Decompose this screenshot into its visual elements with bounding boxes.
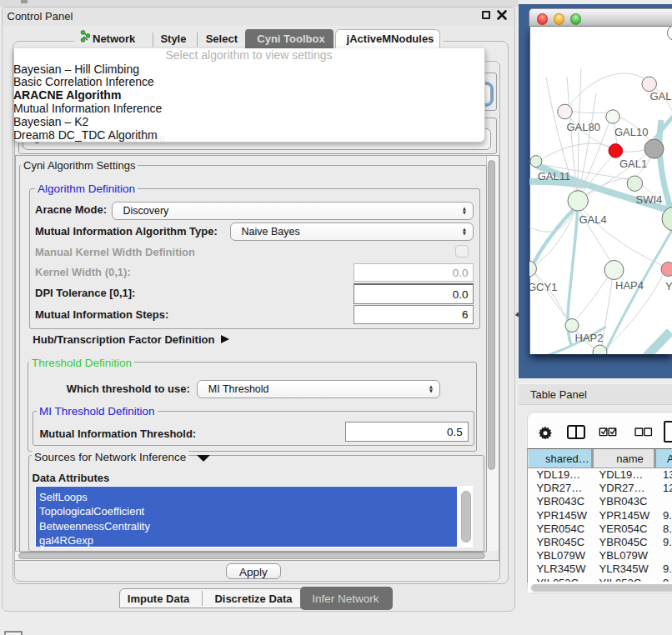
svg-text:GAL10: GAL10 (614, 126, 648, 138)
svg-text:GCY1: GCY1 (529, 281, 557, 293)
svg-text:GAL4: GAL4 (579, 213, 606, 226)
svg-text:SWI4: SWI4 (635, 193, 662, 206)
svg-text:HAP2: HAP2 (574, 331, 603, 343)
svg-text:GAL7: GAL7 (649, 90, 672, 102)
svg-text:YJ: YJ (665, 279, 672, 292)
svg-text:GAL1: GAL1 (619, 157, 647, 169)
svg-text:GAL80: GAL80 (566, 120, 599, 132)
svg-text:HAP4: HAP4 (615, 279, 644, 292)
svg-text:GAL11: GAL11 (537, 170, 570, 182)
